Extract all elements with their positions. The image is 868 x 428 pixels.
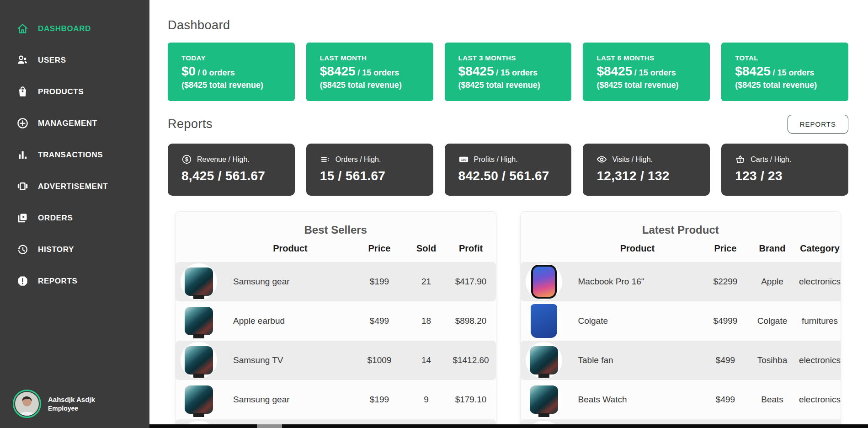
column-header: Profit [446,243,496,262]
report-label: Revenue / High. [197,155,250,164]
table-row: Macbook Pro 16" $2299 Apple electronics [521,262,841,301]
tv-thumbnail [181,303,217,339]
stat-label: TOTAL [735,54,844,62]
cell-product: Samsung TV [229,341,352,380]
sidebar-item-orders[interactable]: ORDERS [0,202,149,234]
tables-row: Best Sellers Product Price Sold Profit S… [168,211,848,428]
sidebar-item-label: TRANSACTIONS [38,150,103,160]
dollar-circle-icon [181,154,192,165]
avatar [13,390,41,418]
column-header: Price [352,243,407,262]
carousel-icon [16,180,29,193]
cell-price: $499 [352,301,407,341]
report-label: Orders / High. [335,155,381,164]
stat-amount: $0 [181,64,196,78]
report-label: Carts / High. [751,155,791,164]
money-bill-icon [458,154,469,165]
latest-product-title: Latest Product [521,224,841,236]
plus-circle-icon [16,117,29,129]
report-card-profits: Profits / High. 842.50 / 561.67 [445,144,572,196]
tv-thumbnail [181,263,217,300]
column-header: Brand [750,243,795,262]
stat-label: LAST MONTH [320,54,429,62]
report-value: 123 / 23 [735,169,844,183]
sidebar-item-management[interactable]: MANAGEMENT [0,107,149,139]
column-header: Category [795,243,841,262]
cell-price: $499 [702,380,750,419]
stat-revenue: ($8425 total revenue) [320,80,429,90]
cell-brand: Beats [750,380,795,419]
table-row: Beats Watch $499 Beats electronics [521,380,841,419]
stat-orders: / 15 orders [357,68,399,77]
alert-octagon-icon [16,275,29,287]
cell-profit: $417.90 [446,262,496,301]
sidebar-menu: DASHBOARD USERS PRODUCTS MANAGEMENT TRAN… [0,0,149,297]
sidebar-item-users[interactable]: USERS [0,44,149,76]
column-header: Price [702,243,750,262]
bar-chart-icon [16,149,29,161]
best-sellers-card: Best Sellers Product Price Sold Profit S… [175,211,496,428]
stat-card-today: TODAY $0 / 0 orders ($8425 total revenue… [168,43,295,101]
stat-revenue: ($8425 total revenue) [596,80,705,90]
stat-card-total: TOTAL $8425 / 15 orders ($8425 total rev… [721,43,848,101]
sidebar-item-products[interactable]: PRODUCTS [0,76,149,107]
table-header-row: Product Price Sold Profit [176,243,496,262]
stat-card-last-6-months: LAST 6 MONTHS $8425 / 15 orders ($8425 t… [583,43,710,101]
tv-thumbnail [526,381,562,418]
sidebar-item-label: DASHBOARD [38,24,91,33]
stat-label: LAST 3 MONTHS [458,54,567,62]
cell-price: $4999 [702,301,750,341]
cell-sold: 18 [407,301,446,341]
horizontal-scrollbar[interactable] [149,424,868,428]
reports-heading: Reports [168,117,213,131]
reports-header: Reports REPORTS [168,115,848,134]
scrollbar-thumb[interactable] [257,424,282,428]
cell-product: Samsung gear [229,380,352,419]
main-content: Dashboard TODAY $0 / 0 orders ($8425 tot… [149,0,868,428]
cell-price: $2299 [702,262,750,301]
table-row: Samsung gear $199 21 $417.90 [176,262,496,301]
stat-card-row: TODAY $0 / 0 orders ($8425 total revenue… [168,43,848,101]
best-sellers-title: Best Sellers [176,224,496,236]
stat-amount: $8425 [735,64,771,78]
cell-price: $199 [352,262,407,301]
sidebar-item-label: MANAGEMENT [38,119,97,128]
sidebar-item-transactions[interactable]: TRANSACTIONS [0,139,149,171]
best-sellers-table: Product Price Sold Profit Samsung gear $… [176,243,496,428]
reports-button[interactable]: REPORTS [788,115,848,134]
sidebar-item-label: REPORTS [38,277,77,286]
stat-amount: $8425 [320,64,356,78]
cell-profit: $1412.60 [446,341,496,380]
cell-sold: 9 [407,380,446,419]
sidebar-item-label: PRODUCTS [38,87,84,96]
report-label: Profits / High. [474,155,518,164]
latest-product-card: Latest Product Product Price Brand Categ… [520,211,841,428]
sidebar-item-label: ADVERTISEMENT [38,182,108,191]
sidebar-item-advertisement[interactable]: ADVERTISEMENT [0,171,149,202]
sidebar-item-reports[interactable]: REPORTS [0,265,149,297]
eye-icon [596,154,607,165]
stat-card-last-3-months: LAST 3 MONTHS $8425 / 15 orders ($8425 t… [445,43,572,101]
cell-brand: Colgate [750,301,795,341]
tv-thumbnail [526,342,562,379]
user-profile[interactable]: Aahsdjk Asdjk Employee [0,390,149,428]
report-card-visits: Visits / High. 12,312 / 132 [583,144,710,196]
cell-product: Samsung gear [229,262,352,301]
cell-sold: 21 [407,262,446,301]
report-card-orders: Orders / High. 15 / 561.67 [306,144,433,196]
stat-card-last-month: LAST MONTH $8425 / 15 orders ($8425 tota… [306,43,433,101]
column-header: Product [574,243,702,262]
latest-product-table: Product Price Brand Category Macbook Pro… [521,243,841,428]
sidebar-item-history[interactable]: HISTORY [0,234,149,265]
tv-thumbnail [181,342,217,379]
table-header-row: Product Price Brand Category [521,243,841,262]
report-card-row: Revenue / High. 8,425 / 561.67 Orders / … [168,144,848,196]
stat-orders: / 0 orders [198,68,235,77]
sidebar-item-dashboard[interactable]: DASHBOARD [0,13,149,44]
list-icon [320,154,330,165]
stat-orders: / 15 orders [496,68,538,77]
user-role: Employee [48,404,95,413]
cell-profit: $179.10 [446,380,496,419]
table-row: Table fan $499 Tosihba electronics [521,341,841,380]
cell-sold: 14 [407,341,446,380]
